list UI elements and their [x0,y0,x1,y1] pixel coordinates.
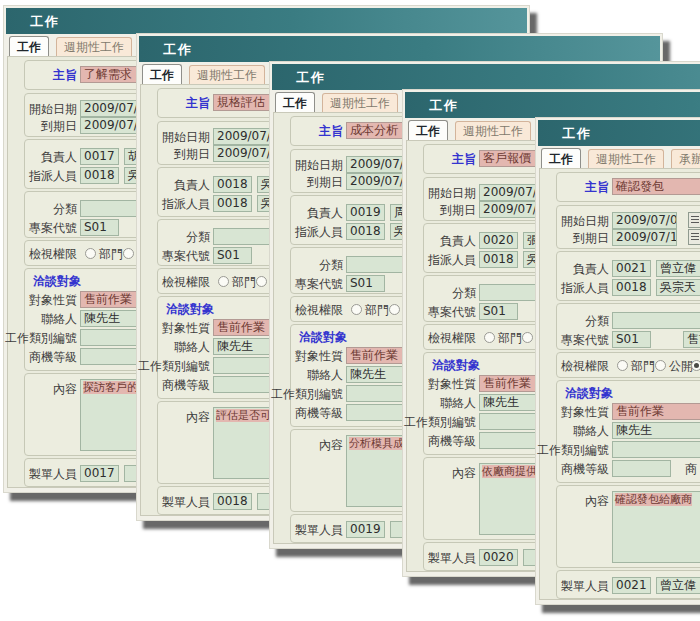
dept-radio[interactable] [617,360,628,371]
project-code-input[interactable]: S01 [80,219,119,236]
owner-label: 負責人 [138,177,210,194]
contact-section-title: 洽談對象 [432,357,480,374]
tab-work[interactable]: 工作 [408,120,448,140]
assignee-id-input[interactable]: 0018 [213,195,252,212]
window-titlebar[interactable]: 工作 [6,8,527,34]
subject-label: 主旨 [5,67,77,84]
target-nature-input[interactable]: 售前作業 [612,403,700,420]
category-row: 分類 [557,312,700,329]
tab-handling-status[interactable]: 承辦狀況 [671,149,700,168]
window-title: 工作 [163,41,193,59]
creator-id-input[interactable]: 0020 [479,549,518,566]
assignee-label: 指派人員 [271,224,343,241]
work-window: 工作 工作 週期性工作 承辦狀況 工作紀 主旨 確認發包 開始日期 2009/0… [535,117,700,605]
contact-target-panel: 洽談對象 對象性質 售前作業 聯絡人 陳先生 工作類別編號 商機等級 商 [556,380,700,483]
owner-row: 負責人 0021 曾立偉 [557,260,700,277]
contact-person-label: 聯絡人 [537,423,609,440]
tab-periodic-work[interactable]: 週期性工作 [56,37,132,56]
public-radio[interactable] [389,304,400,315]
view-permission-label: 檢視權限 [138,274,210,291]
subject-label: 主旨 [271,123,343,140]
creator-id-input[interactable]: 0018 [213,493,252,510]
creator-row: 製單人員 0021 曾立偉 [557,577,700,594]
subject-label: 主旨 [138,95,210,112]
dates-panel: 開始日期 2009/07/06 到期日 2009/07/10 [556,205,700,249]
tab-periodic-work[interactable]: 週期性工作 [189,65,265,84]
assignee-id-input[interactable]: 0018 [479,251,518,268]
owner-id-input[interactable]: 0017 [80,148,119,165]
public-radio[interactable] [256,276,267,287]
project-code-input[interactable]: S01 [213,247,252,264]
content-textarea[interactable]: 確認發包給廠商 [612,491,700,563]
dept-radio-label: 部門 [498,330,522,347]
owner-id-input[interactable]: 0018 [213,176,252,193]
tab-work[interactable]: 工作 [275,92,315,112]
tab-work[interactable]: 工作 [142,64,182,84]
dept-radio[interactable] [218,276,229,287]
work-type-no-label: 工作類別編號 [271,386,343,403]
window-titlebar[interactable]: 工作 [139,36,660,62]
opportunity-level-input[interactable] [479,432,538,449]
category-input[interactable] [612,312,700,329]
work-type-no-label: 工作類別編號 [138,358,210,375]
window-titlebar[interactable]: 工作 [405,92,700,118]
subject-label: 主旨 [404,151,476,168]
subject-input[interactable]: 確認發包 [612,178,700,195]
tab-periodic-work[interactable]: 週期性工作 [455,121,531,140]
desktop: { "app": {"window_title": "工作"}, "colors… [0,0,700,621]
contact-person-row: 聯絡人 陳先生 [557,422,700,439]
start-date-input[interactable]: 2009/07/06 [612,212,677,229]
owner-id-input[interactable]: 0019 [346,204,385,221]
project-code-input[interactable]: S01 [479,303,518,320]
opportunity-level-input[interactable] [213,376,272,393]
due-date-label: 到期日 [404,202,476,219]
creator-id-input[interactable]: 0017 [80,465,119,482]
public-radio[interactable] [522,332,533,343]
target-nature-label: 對象性質 [537,404,609,421]
contact-person-input[interactable]: 陳先生 [612,422,700,439]
owner-id-input[interactable]: 0020 [479,232,518,249]
public-radio[interactable] [655,360,666,371]
content-label: 內容 [537,493,609,510]
creator-label: 製單人員 [537,578,609,595]
opportunity-extra-label: 商 [685,461,697,478]
dept-radio[interactable] [85,248,96,259]
tab-bar: 工作 週期性工作 承辦狀況 工作紀 [541,148,700,169]
dept-radio[interactable] [484,332,495,343]
dept-radio[interactable] [351,304,362,315]
view-permission-label: 檢視權限 [537,358,609,375]
subject-label: 主旨 [537,179,609,196]
tab-periodic-work[interactable]: 週期性工作 [588,149,664,168]
public-radio[interactable] [123,248,134,259]
assignee-id-input[interactable]: 0018 [612,279,651,296]
opportunity-level-input[interactable] [80,348,139,365]
start-date-label: 開始日期 [404,185,476,202]
calendar-icon[interactable] [688,212,700,228]
opportunity-level-input[interactable] [612,460,671,477]
tab-work[interactable]: 工作 [9,36,49,56]
assignee-id-input[interactable]: 0018 [346,223,385,240]
owner-name-field: 曾立偉 [656,260,700,277]
owner-label: 負責人 [271,205,343,222]
creator-id-input[interactable]: 0019 [346,521,385,538]
contact-section-title: 洽談對象 [299,329,347,346]
project-code-input[interactable]: S01 [346,275,385,292]
due-date-input[interactable]: 2009/07/10 [612,229,677,246]
view-permission-row: 檢視權限 部門 公開 [557,357,700,374]
contact-section-title: 洽談對象 [166,301,214,318]
target-nature-label: 對象性質 [271,348,343,365]
project-code-input[interactable]: S01 [612,331,651,348]
calendar-icon[interactable] [688,229,700,245]
third-radio[interactable] [691,360,700,371]
owner-id-input[interactable]: 0021 [612,260,651,277]
tab-periodic-work[interactable]: 週期性工作 [322,93,398,112]
opportunity-level-input[interactable] [346,404,405,421]
window-titlebar[interactable]: 工作 [538,120,700,146]
tab-work[interactable]: 工作 [541,148,581,168]
window-titlebar[interactable]: 工作 [272,64,700,90]
work-type-no-input[interactable] [612,441,700,458]
due-date-row: 到期日 2009/07/10 [557,229,700,246]
assignee-id-input[interactable]: 0018 [80,167,119,184]
creator-id-input[interactable]: 0021 [612,577,651,594]
start-date-label: 開始日期 [138,129,210,146]
